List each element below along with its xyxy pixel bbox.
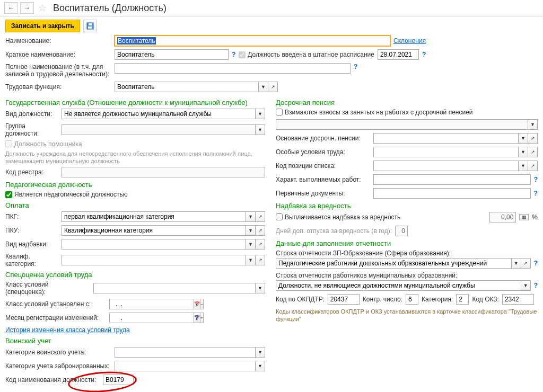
group-label: Группа должности: bbox=[5, 122, 58, 137]
pension-basis-input[interactable] bbox=[373, 133, 519, 144]
svg-rect-2 bbox=[89, 23, 92, 25]
qual-input[interactable] bbox=[62, 255, 246, 265]
help-icon[interactable]: ? bbox=[534, 176, 538, 183]
help-icon[interactable]: ? bbox=[354, 63, 357, 70]
short-name-label: Краткое наименование: bbox=[5, 51, 111, 58]
pension-pos-input[interactable] bbox=[373, 161, 519, 171]
cat-label: Категория: bbox=[422, 296, 453, 303]
dropdown-button[interactable]: ▼ bbox=[256, 283, 265, 293]
save-button[interactable] bbox=[83, 20, 97, 32]
dropdown-button[interactable]: ▼ bbox=[246, 255, 256, 265]
calendar-button[interactable]: 📅 bbox=[194, 299, 200, 309]
allow-input[interactable] bbox=[62, 239, 246, 250]
nav-forward-button[interactable]: → bbox=[20, 2, 34, 14]
full-name-input[interactable] bbox=[115, 63, 351, 74]
harm-paid-checkbox[interactable]: Выплачивается надбавка за вредность bbox=[276, 213, 400, 221]
allow-label: Вид надбавки: bbox=[5, 240, 58, 248]
mil-cat-input[interactable] bbox=[115, 347, 256, 358]
pension-cond-input[interactable] bbox=[373, 147, 519, 157]
dropdown-button[interactable]: ▼ bbox=[246, 225, 256, 236]
help-icon[interactable]: ? bbox=[534, 282, 538, 289]
open-button[interactable]: ↗ bbox=[521, 258, 531, 269]
short-name-input[interactable] bbox=[115, 49, 229, 60]
pkg-label: ПКГ: bbox=[5, 213, 58, 220]
kind-label: Вид должности: bbox=[5, 110, 58, 118]
help-icon[interactable]: ? bbox=[195, 314, 198, 322]
dropdown-button[interactable]: ▼ bbox=[256, 347, 265, 358]
in-staff-date-input[interactable] bbox=[378, 49, 419, 60]
pku-input[interactable] bbox=[62, 225, 246, 236]
open-button[interactable]: ↗ bbox=[256, 239, 265, 250]
name-label: Наименование: bbox=[5, 37, 111, 44]
favorite-icon[interactable]: ☆ bbox=[38, 2, 47, 14]
help-icon[interactable]: ? bbox=[422, 51, 426, 58]
dropdown-button[interactable]: ▼ bbox=[521, 280, 531, 291]
save-close-button[interactable]: Записать и закрыть bbox=[5, 20, 80, 32]
clear-button[interactable]: − bbox=[200, 299, 204, 309]
mil-section-title: Воинский учет bbox=[5, 337, 265, 345]
group-input bbox=[62, 124, 256, 135]
cnum-label: Контр. число: bbox=[363, 296, 402, 303]
open-button[interactable]: ↗ bbox=[256, 255, 265, 265]
nav-back-button[interactable]: ← bbox=[4, 2, 18, 14]
report-line2-input[interactable] bbox=[276, 280, 521, 291]
okz-input[interactable] bbox=[502, 294, 534, 305]
history-link[interactable]: История изменения класса условий труда bbox=[5, 326, 130, 334]
gov-note: Должность учреждена для непосредственног… bbox=[5, 150, 265, 165]
dropdown-button[interactable]: ▼ bbox=[519, 161, 528, 171]
dropdown-button[interactable]: ▼ bbox=[256, 361, 265, 371]
open-button[interactable]: ↗ bbox=[256, 211, 265, 222]
open-button[interactable]: ↗ bbox=[528, 161, 538, 171]
okz-label: Код ОКЗ: bbox=[472, 296, 499, 303]
cnum-input[interactable] bbox=[406, 294, 418, 305]
pension-fees-checkbox[interactable]: Взимаются взносы за занятых на работах с… bbox=[276, 109, 538, 116]
pension-section-title: Досрочная пенсия bbox=[276, 99, 538, 106]
pay-section-title: Оплата bbox=[5, 201, 265, 209]
okpdtr-input[interactable] bbox=[328, 294, 360, 305]
dropdown-button[interactable]: ▼ bbox=[519, 147, 528, 157]
mil-code-input[interactable] bbox=[103, 375, 134, 385]
help-icon[interactable]: ? bbox=[534, 260, 538, 267]
open-button[interactable]: ↗ bbox=[528, 147, 538, 157]
spec-from-input[interactable] bbox=[109, 299, 194, 309]
dropdown-button[interactable]: ▼ bbox=[512, 258, 521, 269]
mil-booked-input[interactable] bbox=[115, 361, 256, 371]
spec-month-input[interactable] bbox=[109, 313, 194, 323]
harm-section-title: Надбавка за вредность bbox=[276, 202, 538, 210]
report-line2-label: Строка отчетности работников муниципальн… bbox=[276, 272, 538, 279]
pension-basis-label: Основание досрочн. пенсии: bbox=[276, 135, 370, 142]
name-input[interactable]: Воспитатель bbox=[115, 35, 390, 46]
pkg-input[interactable] bbox=[62, 211, 246, 222]
dropdown-button[interactable]: ▼ bbox=[256, 109, 265, 119]
labor-func-input[interactable] bbox=[115, 82, 259, 92]
declensions-link[interactable]: Склонения bbox=[393, 37, 426, 44]
spec-class-input[interactable] bbox=[93, 283, 256, 293]
in-staff-checkbox[interactable]: Должность введена в штатное расписание bbox=[239, 51, 374, 58]
report-line1-input[interactable] bbox=[276, 258, 512, 269]
dropdown-button[interactable]: ▼ bbox=[246, 239, 256, 250]
pension-docs-label: Первичные документы: bbox=[276, 190, 370, 197]
pension-cond-label: Особые условия труда: bbox=[276, 148, 370, 156]
spec-section-title: Спецоценка условий труда bbox=[5, 271, 265, 279]
calc-button: ▦ bbox=[519, 214, 529, 220]
help-icon[interactable]: ? bbox=[232, 51, 235, 58]
help-icon[interactable]: ? bbox=[534, 190, 538, 197]
open-button[interactable]: ↗ bbox=[528, 133, 538, 144]
stepper-button[interactable]: ÷ bbox=[200, 313, 204, 323]
gov-section-title: Государственная служба (Отношение должно… bbox=[5, 99, 265, 106]
open-button[interactable]: ↗ bbox=[256, 225, 265, 236]
dropdown-button[interactable]: ▼ bbox=[246, 211, 256, 222]
reg-label: Код реестра: bbox=[5, 168, 58, 176]
pension-docs-input[interactable] bbox=[373, 188, 531, 199]
dropdown-button[interactable]: ▼ bbox=[519, 133, 528, 144]
is-ped-checkbox[interactable]: Является педагогической должностью bbox=[5, 191, 265, 198]
cat-input[interactable] bbox=[456, 294, 469, 305]
pku-label: ПКУ: bbox=[5, 227, 58, 234]
open-button[interactable]: ↗ bbox=[268, 82, 278, 92]
pension-char-input[interactable] bbox=[373, 174, 531, 185]
report-section-title: Данные для заполнения отчетности bbox=[276, 239, 538, 247]
dropdown-button[interactable]: ▼ bbox=[259, 82, 268, 92]
dropdown-button: ▼ bbox=[256, 124, 265, 135]
kind-input[interactable] bbox=[62, 109, 256, 119]
mil-code-label: Код наименования должности: bbox=[5, 376, 100, 384]
